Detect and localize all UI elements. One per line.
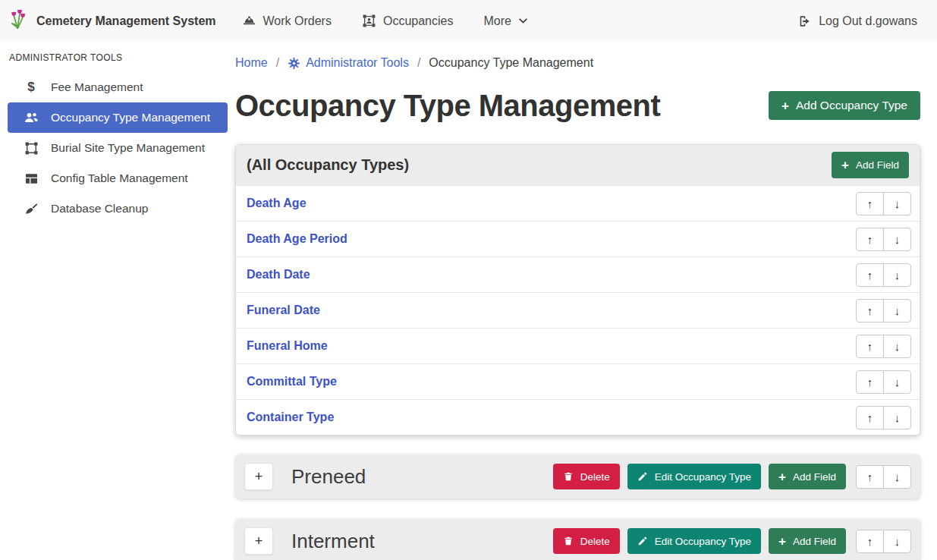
move-down-button[interactable]: ↓ — [883, 263, 911, 287]
sidebar-item-burial-site-type-management[interactable]: Burial Site Type Management — [8, 133, 228, 163]
sidebar-item-occupancy-type-management[interactable]: Occupancy Type Management — [8, 102, 228, 133]
delete-button[interactable]: Delete — [553, 464, 620, 489]
move-up-button[interactable]: ↑ — [856, 465, 884, 489]
reorder-buttons: ↑ ↓ — [856, 192, 911, 216]
chevron-down-icon — [518, 16, 528, 26]
sidebar-header: ADMINISTRATOR TOOLS — [0, 45, 235, 72]
section-actions: Delete Edit Occupancy Type + Add Field ↑ — [553, 528, 911, 554]
field-link[interactable]: Death Age — [247, 197, 307, 210]
section-preneed: + Preneed Delete — [235, 455, 920, 499]
add-field-button[interactable]: + Add Field — [769, 464, 846, 489]
plus-icon: + — [778, 535, 786, 548]
nav-work-orders-label: Work Orders — [263, 14, 332, 28]
sidebar-item-label: Occupancy Type Management — [51, 111, 210, 124]
nav-more-label: More — [483, 14, 511, 28]
add-field-button[interactable]: + Add Field — [769, 528, 846, 554]
reorder-buttons: ↑ ↓ — [856, 530, 911, 553]
reorder-buttons: ↑ ↓ — [856, 263, 911, 287]
users-icon — [23, 110, 39, 125]
hardhat-icon — [242, 14, 256, 28]
expand-button[interactable]: + — [244, 527, 273, 555]
move-down-button[interactable]: ↓ — [883, 228, 911, 251]
move-up-button[interactable]: ↑ — [856, 335, 884, 358]
move-down-button[interactable]: ↓ — [883, 406, 911, 429]
plus-icon: + — [778, 470, 786, 483]
tulips-logo-icon — [9, 8, 29, 34]
plus-icon: + — [841, 159, 849, 171]
move-up-button[interactable]: ↑ — [856, 263, 884, 287]
vector-square-icon — [23, 141, 39, 156]
trash-icon — [563, 536, 574, 546]
reorder-buttons: ↑ ↓ — [856, 335, 911, 358]
move-up-button[interactable]: ↑ — [856, 299, 884, 322]
broom-icon — [23, 202, 39, 216]
field-row: Funeral Date ↑ ↓ — [236, 292, 920, 328]
logout-label: Log Out d.gowans — [819, 14, 917, 28]
sign-out-icon — [798, 14, 812, 28]
field-link[interactable]: Funeral Date — [247, 304, 320, 317]
field-link[interactable]: Death Date — [247, 268, 310, 282]
move-down-button[interactable]: ↓ — [883, 465, 911, 489]
move-down-button[interactable]: ↓ — [883, 299, 911, 322]
breadcrumb-admin-tools-link[interactable]: Administrator Tools — [306, 56, 409, 70]
field-link[interactable]: Funeral Home — [247, 339, 328, 353]
move-up-button[interactable]: ↑ — [856, 192, 884, 216]
all-occupancy-types-card: (All Occupancy Types) + Add Field Death … — [235, 144, 920, 436]
sidebar: ADMINISTRATOR TOOLS $ Fee Management Occ… — [0, 42, 235, 560]
brand-title: Cemetery Management System — [36, 14, 216, 28]
add-field-button[interactable]: + Add Field — [832, 152, 909, 178]
table-icon — [23, 171, 39, 186]
add-occupancy-type-button[interactable]: + Add Occupancy Type — [769, 91, 920, 120]
field-row: Container Type ↑ ↓ — [236, 399, 920, 435]
move-down-button[interactable]: ↓ — [883, 335, 911, 358]
move-up-button[interactable]: ↑ — [856, 370, 884, 394]
sidebar-item-config-table-management[interactable]: Config Table Management — [8, 163, 228, 193]
reorder-buttons: ↑ ↓ — [856, 370, 911, 394]
pencil-icon — [637, 536, 648, 546]
move-up-button[interactable]: ↑ — [856, 228, 884, 251]
sidebar-item-database-cleanup[interactable]: Database Cleanup — [8, 193, 228, 224]
breadcrumb-separator: / — [276, 56, 279, 70]
move-down-button[interactable]: ↓ — [883, 192, 911, 216]
dollar-icon: $ — [23, 80, 39, 95]
edit-occupancy-type-button[interactable]: Edit Occupancy Type — [627, 528, 761, 554]
field-link[interactable]: Committal Type — [247, 375, 337, 389]
breadcrumb: Home / — [235, 54, 920, 72]
sidebar-item-label: Database Cleanup — [51, 202, 148, 216]
nav-more[interactable]: More — [483, 14, 527, 28]
expand-button[interactable]: + — [244, 463, 273, 490]
nav-occupancies-label: Occupancies — [383, 14, 454, 28]
section-interment: + Interment Delete — [235, 519, 920, 560]
field-link[interactable]: Container Type — [247, 411, 334, 424]
occupancy-frame-icon — [362, 14, 376, 28]
brand[interactable]: Cemetery Management System — [9, 8, 216, 34]
move-up-button[interactable]: ↑ — [856, 406, 884, 429]
field-row: Committal Type ↑ ↓ — [236, 363, 920, 399]
edit-occupancy-type-button[interactable]: Edit Occupancy Type — [627, 464, 761, 489]
card-header: (All Occupancy Types) + Add Field — [236, 145, 920, 185]
delete-button[interactable]: Delete — [553, 528, 620, 554]
reorder-buttons: ↑ ↓ — [856, 299, 911, 322]
sidebar-item-fee-management[interactable]: $ Fee Management — [8, 72, 228, 102]
main-content: Home / — [235, 42, 920, 560]
field-row: Death Age ↑ ↓ — [236, 185, 920, 221]
card-title: (All Occupancy Types) — [247, 156, 409, 174]
move-down-button[interactable]: ↓ — [883, 530, 911, 553]
nav-occupancies[interactable]: Occupancies — [362, 14, 454, 28]
move-down-button[interactable]: ↓ — [883, 370, 911, 394]
logout-button[interactable]: Log Out d.gowans — [798, 14, 917, 28]
field-link[interactable]: Death Age Period — [247, 232, 347, 246]
breadcrumb-separator: / — [417, 56, 420, 70]
reorder-buttons: ↑ ↓ — [856, 228, 911, 251]
breadcrumb-home-link[interactable]: Home — [235, 56, 268, 70]
move-up-button[interactable]: ↑ — [856, 530, 884, 553]
sidebar-item-label: Fee Management — [51, 80, 143, 94]
top-navbar: Cemetery Management System Work Orders — [0, 0, 937, 42]
sidebar-item-label: Config Table Management — [51, 171, 188, 185]
reorder-buttons: ↑ ↓ — [856, 465, 911, 489]
section-title: Preneed — [291, 465, 366, 489]
page-title: Occupancy Type Management — [235, 89, 660, 123]
trash-icon — [563, 471, 574, 482]
field-row: Death Age Period ↑ ↓ — [236, 221, 920, 256]
nav-work-orders[interactable]: Work Orders — [242, 14, 332, 28]
